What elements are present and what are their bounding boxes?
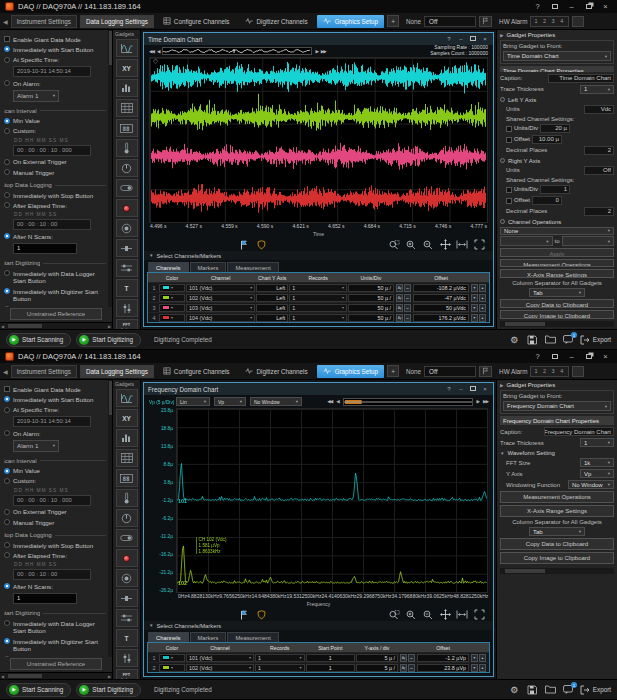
dual-slider-gadget-button[interactable] [116,649,138,667]
gadget-help-button[interactable]: ? [445,36,453,42]
right-y-axis-toggle[interactable]: Right Y Axis [500,158,614,164]
radio-after-n-scans[interactable]: After N Scans: [4,233,106,241]
knob-gadget-button[interactable] [116,509,138,527]
close-button[interactable]: × [599,351,612,362]
start-point-field[interactable]: 1 [306,654,355,662]
trace-thickness-select[interactable]: 1 [580,85,614,94]
color-dropdown[interactable] [159,664,185,672]
radio-after-n-scans[interactable]: After N Scans: [4,583,106,591]
zoom-selection-icon[interactable] [388,239,400,250]
panel-header[interactable]: ▶Gadget Properties [500,382,614,388]
x-scale-select[interactable]: Lin [176,397,210,406]
axis-cell[interactable]: Left [256,284,288,292]
digital-display-gadget-button[interactable]: 88 [116,469,138,487]
gadget-close-button[interactable]: × [481,386,489,392]
fit-screen-icon[interactable] [473,239,485,250]
trace-thickness-select[interactable]: 1 [580,438,614,447]
start-time-field[interactable]: 2019-10-31 14:50:14 [13,66,91,77]
offset-field[interactable]: -1.2 µVp [417,654,469,662]
move-down-button[interactable] [471,314,478,322]
right-units-div-field[interactable]: 1 [540,185,570,194]
notifications-button[interactable]: 1 [562,333,575,346]
channel-dropdown[interactable]: 104 (Vdc) [186,314,255,322]
knob-gadget-button[interactable] [116,159,138,177]
marker-flag-button[interactable] [479,366,492,377]
autoscale-y-button[interactable] [396,314,403,322]
radio-dig-digitizer-start[interactable]: Immediately with Digitizer Start Button [4,288,106,304]
sidebar-horizontal-scrollbar[interactable] [0,322,112,329]
export-button[interactable]: Export [580,335,611,345]
time-domain-chart-gadget-button[interactable] [116,389,138,407]
alarm-select[interactable]: Alarm 1 [13,440,59,452]
led-indicator-gadget-button[interactable] [116,549,138,567]
records-dropdown[interactable]: 1 [289,304,347,312]
export-button[interactable]: Export [580,685,611,695]
move-down-button[interactable] [471,304,478,312]
radio-immediately-start[interactable]: Immediately with Start Button [4,46,106,54]
move-up-button[interactable] [479,304,486,312]
add-tab-button[interactable]: + [387,365,399,377]
measurement-operations-button[interactable]: Measurement Operations [500,491,614,503]
tab-data-logging-settings[interactable]: Data Logging Settings [80,365,154,378]
x-axis-range-button[interactable]: X-Axis Range Settings [500,269,614,278]
enable-giant-data-checkbox[interactable]: Enable Giant Data Mode [4,36,106,44]
sidebar-horizontal-scrollbar[interactable] [0,672,112,679]
time-domain-plot[interactable]: ◇ 101102103104 [149,57,488,223]
radio-custom-interval[interactable]: Custom: [4,477,106,485]
gadget-popout-button[interactable] [469,386,477,392]
notifications-button[interactable]: 1 [562,683,575,696]
offset-field[interactable]: 50 µVdc [413,304,469,312]
tab-data-logging-settings[interactable]: Data Logging Settings [80,15,154,28]
text-label-gadget-button[interactable]: T [116,279,138,297]
radio-dig-specific-time[interactable]: At Specific Time: [4,656,106,657]
offset-checkbox[interactable] [506,198,512,204]
right-offset-field[interactable]: 0 [532,196,562,205]
unstrained-reference-button[interactable]: Unstrained Reference [10,308,102,320]
slider-range-gadget-button[interactable] [116,259,138,277]
slider-gadget-button[interactable] [116,589,138,607]
offset-field[interactable]: 10.00 µ [532,135,562,144]
elapsed-time-field[interactable]: 00 : 00 : 10 : 00 [13,569,91,580]
caption-field[interactable]: Time Domain Chart [548,74,614,83]
fit-width-icon[interactable] [456,609,468,620]
scroll-end-button[interactable]: ▶▶ [321,49,326,54]
thermometer-gadget-button[interactable] [116,139,138,157]
led-indicator-gadget-button[interactable] [116,199,138,217]
units-div-field[interactable]: 50 µ / [348,284,394,292]
zoom-out-icon[interactable] [422,239,434,250]
frequency-domain-plot[interactable]: CH 102 (Vdc) 1.581 µVp 1.8633kHz 101102 [176,408,488,593]
auto-offset-button[interactable] [408,654,415,662]
open-folder-button[interactable] [544,683,557,696]
decimal-places-field[interactable]: 2 [584,146,614,155]
marker-flag-button[interactable] [238,239,250,250]
tab-digitizer-channels[interactable]: Digitizer Channels [239,365,314,378]
channel-dropdown[interactable]: 103 (Vdc) [186,304,255,312]
fft-chart-gadget-button[interactable]: FFT [116,669,138,679]
offset-field[interactable]: 23.8 µVp [417,664,469,672]
data-table-gadget-button[interactable] [116,449,138,467]
right-decimal-field[interactable]: 2 [584,207,614,216]
toggle-switch-gadget-button[interactable] [116,529,138,547]
slider-gadget-button[interactable] [116,239,138,257]
slider-range-gadget-button[interactable] [116,609,138,627]
radio-elapsed-time[interactable]: After Elapsed Time: [4,552,106,560]
digital-display-gadget-button[interactable]: 88 [116,119,138,137]
y-axis-select[interactable]: Vp [580,469,614,478]
start-digitizing-button[interactable]: ▶Start Digitizing [76,333,141,347]
save-button[interactable] [526,683,539,696]
radio-dig-logger-start[interactable]: Immediately with Data Logger Start Butto… [4,620,106,636]
channel-dropdown[interactable]: 102 (Vdc) [186,664,254,672]
move-down-button[interactable] [471,284,478,292]
windowing-select[interactable]: No Window [568,480,614,489]
restore-button[interactable] [582,351,595,362]
axis-cell[interactable]: Left [256,304,288,312]
tab-channels[interactable]: Channels [148,632,189,642]
records-dropdown[interactable]: 1 [289,314,347,322]
add-tab-button[interactable]: + [387,15,399,27]
units-div-field[interactable]: 50 µ / [348,304,394,312]
scan-control-value[interactable]: Off [424,366,476,377]
offset-field[interactable]: -47 µVdc [413,294,469,302]
fit-width-icon[interactable] [456,239,468,250]
move-down-button[interactable] [471,294,478,302]
radio-elapsed-time[interactable]: After Elapsed Time: [4,202,106,210]
